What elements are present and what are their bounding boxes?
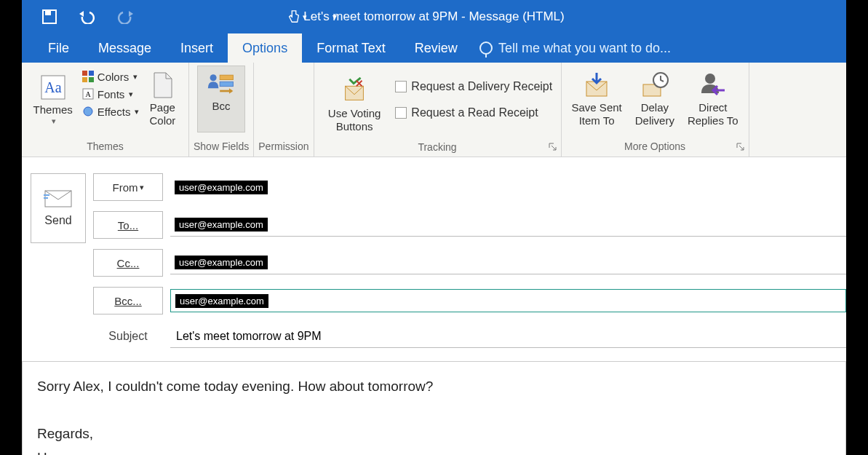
send-button[interactable]: Send	[31, 173, 86, 243]
svg-rect-5	[82, 71, 87, 76]
undo-button[interactable]	[77, 7, 97, 27]
envelope-icon	[44, 189, 73, 208]
to-button[interactable]: To...	[93, 211, 163, 239]
themes-button[interactable]: Aa Themes ▾	[28, 66, 79, 132]
fonts-icon: A	[81, 87, 95, 100]
delay-delivery-button[interactable]: Delay Delivery	[629, 66, 680, 132]
message-body[interactable]: Sorry Alex, I couldn't come today evenin…	[22, 361, 846, 455]
group-permission: Permission	[254, 63, 314, 157]
group-more-options: Save Sent Item To Delay Delivery Direct …	[562, 63, 749, 157]
svg-rect-2	[51, 11, 52, 15]
page-color-button[interactable]: Page Color	[142, 66, 183, 132]
lightbulb-icon	[479, 41, 493, 55]
checkbox-icon	[395, 81, 407, 92]
svg-point-19	[705, 74, 715, 84]
more-options-dialog-launcher[interactable]	[736, 142, 746, 152]
bcc-icon	[207, 69, 236, 98]
svg-rect-14	[220, 82, 233, 86]
effects-icon	[81, 105, 95, 118]
chevron-down-icon: ▾	[52, 116, 56, 126]
direct-replies-button[interactable]: Direct Replies To	[682, 66, 744, 132]
group-label-themes: Themes	[26, 138, 184, 157]
body-line: Hanna.	[37, 448, 831, 456]
bcc-button[interactable]: Bcc...	[93, 287, 163, 314]
effects-button[interactable]: Effects▾	[81, 103, 140, 119]
tab-format-text[interactable]: Format Text	[302, 33, 400, 63]
group-label-more-options: More Options	[566, 138, 744, 157]
compose-header: Send From ▾ user@example.com To... user@…	[22, 157, 846, 348]
delivery-receipt-checkbox[interactable]: Request a Delivery Receipt	[395, 79, 552, 95]
save-sent-icon	[582, 71, 611, 100]
svg-text:Aa: Aa	[44, 79, 61, 95]
subject-input[interactable]	[175, 328, 846, 344]
read-receipt-checkbox[interactable]: Request a Read Receipt	[395, 105, 552, 121]
svg-text:A: A	[85, 90, 91, 98]
group-tracking: Use Voting Buttons Request a Delivery Re…	[314, 63, 562, 157]
to-field[interactable]: user@example.com	[170, 213, 846, 237]
tab-message[interactable]: Message	[84, 33, 166, 63]
svg-rect-13	[220, 75, 233, 79]
save-button[interactable]	[39, 7, 60, 27]
group-themes: Aa Themes ▾ Colors▾ A Fonts▾	[22, 63, 189, 157]
bcc-field[interactable]: user@example.com	[170, 289, 846, 312]
page-color-icon	[148, 71, 177, 100]
group-label-tracking: Tracking	[319, 138, 557, 157]
group-show-fields: Bcc Show Fields	[189, 63, 254, 157]
tab-options[interactable]: Options	[228, 33, 302, 63]
svg-point-12	[210, 74, 217, 81]
svg-rect-8	[89, 77, 94, 82]
subject-label: Subject	[93, 330, 163, 343]
themes-icon: Aa	[39, 73, 68, 102]
tell-me-search[interactable]: Tell me what you want to do...	[472, 33, 671, 63]
svg-rect-7	[82, 77, 87, 82]
tracking-dialog-launcher[interactable]	[548, 142, 558, 152]
from-value: user@example.com	[175, 181, 268, 194]
bcc-show-button[interactable]: Bcc	[197, 66, 245, 132]
group-label-show-fields: Show Fields	[194, 138, 249, 157]
redo-button[interactable]	[115, 7, 135, 27]
checkbox-icon	[395, 107, 407, 119]
svg-point-11	[84, 107, 92, 116]
direct-replies-icon	[698, 71, 728, 100]
group-label-permission: Permission	[258, 138, 308, 157]
colors-icon	[81, 70, 95, 83]
svg-rect-6	[89, 71, 94, 76]
tab-file[interactable]: File	[33, 33, 84, 63]
delay-icon	[640, 71, 669, 100]
fonts-button[interactable]: A Fonts▾	[81, 86, 140, 102]
tab-insert[interactable]: Insert	[166, 33, 228, 63]
colors-button[interactable]: Colors▾	[81, 68, 140, 84]
tell-me-placeholder: Tell me what you want to do...	[498, 41, 671, 56]
body-line: Regards,	[37, 424, 831, 445]
body-line: Sorry Alex, I couldn't come today evenin…	[37, 376, 831, 397]
voting-buttons[interactable]: Use Voting Buttons	[322, 71, 387, 138]
voting-icon	[340, 76, 369, 106]
ribbon-tabs: File Message Insert Options Format Text …	[22, 33, 846, 63]
cc-value: user@example.com	[175, 256, 268, 269]
subject-field-wrap	[170, 325, 846, 348]
title-bar: ▾ ▾ Let's meet tomorrow at 9PM - Message…	[22, 0, 846, 33]
save-sent-button[interactable]: Save Sent Item To	[566, 66, 628, 132]
cc-field[interactable]: user@example.com	[170, 251, 846, 274]
cc-button[interactable]: Cc...	[93, 249, 163, 277]
from-field[interactable]: user@example.com	[170, 175, 846, 199]
bcc-value: user@example.com	[175, 294, 268, 308]
ribbon: Aa Themes ▾ Colors▾ A Fonts▾	[22, 63, 846, 157]
to-value: user@example.com	[175, 218, 268, 232]
tab-review[interactable]: Review	[400, 33, 472, 63]
window-title: Let's meet tomorrow at 9PM - Message (HT…	[303, 9, 564, 24]
from-button[interactable]: From ▾	[93, 173, 163, 201]
